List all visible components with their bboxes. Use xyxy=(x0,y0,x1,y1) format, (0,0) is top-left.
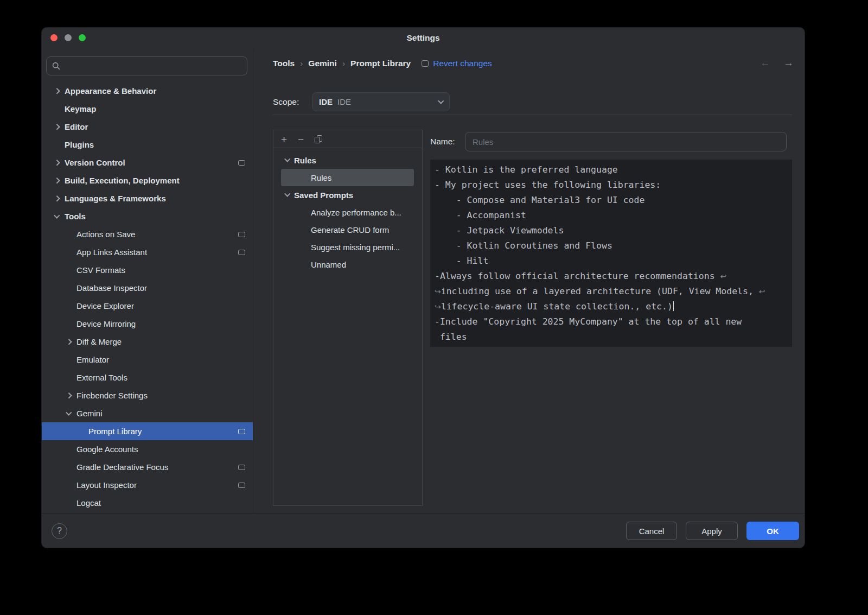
search-input[interactable] xyxy=(64,61,241,71)
sidebar-item-label: Diff & Merge xyxy=(76,337,122,346)
soft-wrap-start-icon: ↪ xyxy=(435,302,441,311)
sidebar-item-label: Editor xyxy=(65,122,88,131)
sidebar-item-keymap[interactable]: Keymap xyxy=(42,100,253,118)
back-arrow-icon[interactable]: ← xyxy=(760,57,770,69)
prompt-item-suggest-missing-permi[interactable]: Suggest missing permi... xyxy=(273,238,422,256)
editor-line: - Kotlin is the preferred language xyxy=(435,162,788,177)
sidebar-item-label: Emulator xyxy=(76,355,109,364)
breadcrumb: Tools›Gemini›Prompt Library Revert chang… xyxy=(273,56,492,71)
chevron-down-icon[interactable] xyxy=(66,409,72,415)
editor-line: - Kotlin Coroutines and Flows xyxy=(435,238,788,253)
prompt-item-analyze-performance-b[interactable]: Analyze performance b... xyxy=(273,204,422,221)
sidebar-item-external-tools[interactable]: External Tools xyxy=(42,369,253,386)
sidebar-item-actions-on-save[interactable]: Actions on Save xyxy=(42,225,253,243)
sidebar-item-languages-frameworks[interactable]: Languages & Frameworks xyxy=(42,189,253,207)
settings-sidebar: Appearance & BehaviorKeymapEditorPlugins… xyxy=(42,48,253,513)
prompt-item-unnamed[interactable]: Unnamed xyxy=(273,256,422,273)
prompt-editor[interactable]: - Kotlin is the preferred language- My p… xyxy=(430,160,792,347)
prompt-item-rules[interactable]: Rules xyxy=(281,169,414,186)
sidebar-item-gradle-declarative-focus[interactable]: Gradle Declarative Focus xyxy=(42,458,253,476)
add-prompt-button[interactable]: + xyxy=(281,134,287,144)
ok-button[interactable]: OK xyxy=(746,522,799,540)
editor-line: - Hilt xyxy=(435,253,788,269)
chevron-right-icon[interactable] xyxy=(66,392,72,398)
minimize-button[interactable] xyxy=(65,34,72,41)
apply-button[interactable]: Apply xyxy=(686,522,738,540)
chevron-right-icon[interactable] xyxy=(66,339,72,345)
prompt-item-generate-crud-form[interactable]: Generate CRUD form xyxy=(273,221,422,238)
sidebar-item-firebender-settings[interactable]: Firebender Settings xyxy=(42,386,253,404)
sidebar-item-device-mirroring[interactable]: Device Mirroring xyxy=(42,315,253,333)
editor-line-text: - My project uses the following librarie… xyxy=(435,180,661,190)
window-controls xyxy=(50,34,86,41)
revert-icon xyxy=(422,60,429,67)
sidebar-item-plugins[interactable]: Plugins xyxy=(42,136,253,154)
prompt-group-rules[interactable]: Rules xyxy=(273,151,422,169)
editor-line-text: files xyxy=(435,332,467,342)
copy-prompt-icon[interactable] xyxy=(315,135,322,143)
sidebar-item-label: Device Mirroring xyxy=(76,319,136,328)
sidebar-item-label: App Links Assistant xyxy=(76,248,147,257)
chevron-down-icon[interactable] xyxy=(285,156,291,162)
chevron-down-icon[interactable] xyxy=(54,212,60,218)
sidebar-item-google-accounts[interactable]: Google Accounts xyxy=(42,440,253,458)
prompt-group-saved-prompts[interactable]: Saved Prompts xyxy=(273,186,422,204)
chevron-slot xyxy=(49,215,65,218)
sidebar-item-layout-inspector[interactable]: Layout Inspector xyxy=(42,476,253,494)
prompt-item-label: Analyze performance b... xyxy=(311,208,401,217)
prompt-list: RulesRulesSaved PromptsAnalyze performan… xyxy=(273,148,422,273)
search-box[interactable] xyxy=(46,56,247,75)
sidebar-item-csv-formats[interactable]: CSV Formats xyxy=(42,261,253,279)
scope-dropdown[interactable]: IDE IDE xyxy=(312,92,450,111)
sidebar-item-app-links-assistant[interactable]: App Links Assistant xyxy=(42,243,253,261)
chevron-right-icon[interactable] xyxy=(54,124,60,130)
help-button[interactable]: ? xyxy=(52,523,67,539)
prompt-item-label: Generate CRUD form xyxy=(311,225,389,234)
sidebar-item-tools[interactable]: Tools xyxy=(42,207,253,225)
zoom-button[interactable] xyxy=(79,34,86,41)
editor-line-text: -Include "Copyright 2025 MyCompany" at t… xyxy=(435,316,742,327)
sidebar-item-database-inspector[interactable]: Database Inspector xyxy=(42,279,253,297)
editor-line: files xyxy=(435,329,788,345)
sidebar-item-label: Device Explorer xyxy=(76,301,134,310)
sidebar-item-gemini[interactable]: Gemini xyxy=(42,404,253,422)
config-icon xyxy=(238,483,245,488)
scope-value-secondary: IDE xyxy=(337,97,351,106)
divider xyxy=(273,115,792,115)
soft-wrap-start-icon: ↪ xyxy=(435,287,441,296)
search-icon xyxy=(52,62,60,70)
sidebar-item-device-explorer[interactable]: Device Explorer xyxy=(42,297,253,315)
forward-arrow-icon[interactable]: → xyxy=(783,57,794,69)
name-input[interactable] xyxy=(465,132,787,151)
settings-window: Settings Appearance & BehaviorKeymapEdit… xyxy=(41,27,805,548)
sidebar-item-editor[interactable]: Editor xyxy=(42,118,253,136)
remove-prompt-button[interactable]: − xyxy=(298,134,304,144)
breadcrumb-item-prompt-library[interactable]: Prompt Library xyxy=(350,59,411,68)
editor-line: - My project uses the following librarie… xyxy=(435,177,788,193)
sidebar-item-emulator[interactable]: Emulator xyxy=(42,351,253,369)
breadcrumb-item-tools[interactable]: Tools xyxy=(273,59,295,68)
breadcrumb-item-gemini[interactable]: Gemini xyxy=(308,59,337,68)
chevron-right-icon[interactable] xyxy=(54,160,60,166)
sidebar-item-prompt-library[interactable]: Prompt Library xyxy=(42,422,253,440)
chevron-down-icon[interactable] xyxy=(285,191,291,197)
config-icon xyxy=(238,160,245,166)
chevron-slot xyxy=(49,196,65,201)
editor-line-text: -Always follow official architecture rec… xyxy=(435,271,720,281)
sidebar-item-diff-merge[interactable]: Diff & Merge xyxy=(42,333,253,351)
cancel-button[interactable]: Cancel xyxy=(626,522,677,540)
editor-line: -Include "Copyright 2025 MyCompany" at t… xyxy=(435,314,788,329)
chevron-right-icon[interactable] xyxy=(54,177,60,183)
close-button[interactable] xyxy=(50,34,58,41)
sidebar-item-label: Prompt Library xyxy=(88,427,142,436)
sidebar-item-label: Languages & Frameworks xyxy=(65,194,166,203)
sidebar-item-version-control[interactable]: Version Control xyxy=(42,154,253,172)
sidebar-item-build-execution-deployment[interactable]: Build, Execution, Deployment xyxy=(42,172,253,189)
sidebar-item-appearance-behavior[interactable]: Appearance & Behavior xyxy=(42,82,253,100)
sidebar-item-label: External Tools xyxy=(76,373,127,382)
sidebar-item-logcat[interactable]: Logcat xyxy=(42,494,253,512)
chevron-right-icon[interactable] xyxy=(54,88,60,94)
editor-line: ↪including use of a layered architecture… xyxy=(435,284,788,299)
chevron-right-icon[interactable] xyxy=(54,195,60,201)
revert-changes-link[interactable]: Revert changes xyxy=(433,59,492,68)
